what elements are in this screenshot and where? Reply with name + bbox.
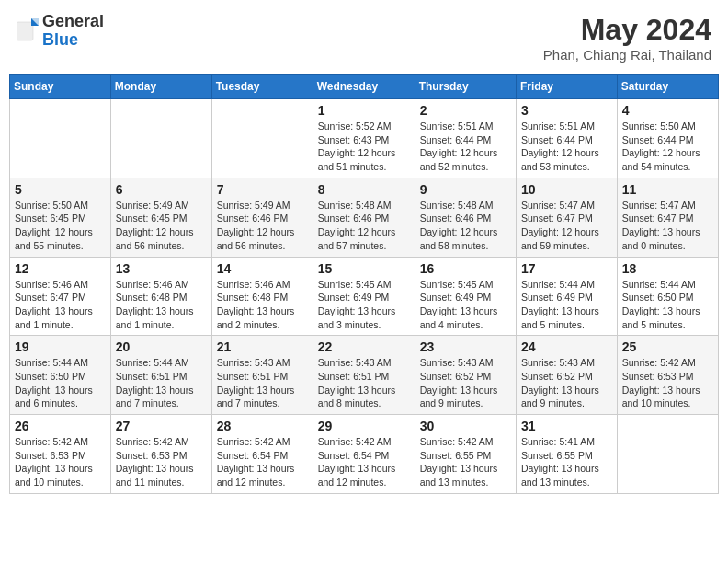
- calendar-cell: 3Sunrise: 5:51 AM Sunset: 6:44 PM Daylig…: [517, 99, 618, 178]
- title-section: May 2024 Phan, Chiang Rai, Thailand: [543, 13, 711, 63]
- day-number: 18: [622, 261, 713, 276]
- logo-general: General: [42, 13, 104, 31]
- calendar-cell: 29Sunrise: 5:42 AM Sunset: 6:54 PM Dayli…: [313, 415, 415, 494]
- calendar-cell: 11Sunrise: 5:47 AM Sunset: 6:47 PM Dayli…: [617, 178, 718, 257]
- calendar-cell: [211, 99, 313, 178]
- calendar-cell: 30Sunrise: 5:42 AM Sunset: 6:55 PM Dayli…: [415, 415, 516, 494]
- calendar-cell: 4Sunrise: 5:50 AM Sunset: 6:44 PM Daylig…: [617, 99, 718, 178]
- logo-icon: [17, 18, 39, 44]
- day-number: 21: [217, 339, 308, 354]
- page-header: General Blue May 2024 Phan, Chiang Rai, …: [9, 9, 719, 66]
- day-number: 6: [116, 182, 207, 197]
- day-info: Sunrise: 5:44 AM Sunset: 6:49 PM Dayligh…: [521, 278, 612, 332]
- calendar-cell: 6Sunrise: 5:49 AM Sunset: 6:45 PM Daylig…: [110, 178, 211, 257]
- calendar-week-row: 12Sunrise: 5:46 AM Sunset: 6:47 PM Dayli…: [10, 257, 719, 336]
- day-info: Sunrise: 5:42 AM Sunset: 6:54 PM Dayligh…: [217, 435, 308, 489]
- calendar-cell: 20Sunrise: 5:44 AM Sunset: 6:51 PM Dayli…: [110, 336, 211, 415]
- day-info: Sunrise: 5:52 AM Sunset: 6:43 PM Dayligh…: [318, 120, 410, 174]
- calendar-cell: 15Sunrise: 5:45 AM Sunset: 6:49 PM Dayli…: [313, 257, 415, 336]
- day-number: 3: [521, 103, 612, 118]
- weekday-header-wednesday: Wednesday: [313, 75, 415, 99]
- weekday-header-friday: Friday: [517, 75, 618, 99]
- day-number: 28: [217, 419, 308, 433]
- day-number: 4: [622, 103, 713, 118]
- calendar-cell: 27Sunrise: 5:42 AM Sunset: 6:53 PM Dayli…: [110, 415, 211, 494]
- calendar-table: SundayMondayTuesdayWednesdayThursdayFrid…: [9, 74, 719, 494]
- day-number: 30: [420, 419, 511, 433]
- weekday-header-thursday: Thursday: [415, 75, 516, 99]
- day-number: 31: [521, 419, 612, 433]
- calendar-cell: 31Sunrise: 5:41 AM Sunset: 6:55 PM Dayli…: [517, 415, 618, 494]
- day-info: Sunrise: 5:47 AM Sunset: 6:47 PM Dayligh…: [622, 199, 713, 253]
- weekday-header-monday: Monday: [110, 75, 211, 99]
- day-info: Sunrise: 5:43 AM Sunset: 6:51 PM Dayligh…: [318, 356, 410, 410]
- day-info: Sunrise: 5:43 AM Sunset: 6:52 PM Dayligh…: [420, 356, 511, 410]
- day-info: Sunrise: 5:46 AM Sunset: 6:48 PM Dayligh…: [116, 278, 207, 332]
- day-info: Sunrise: 5:42 AM Sunset: 6:55 PM Dayligh…: [420, 435, 511, 489]
- calendar-cell: 26Sunrise: 5:42 AM Sunset: 6:53 PM Dayli…: [10, 415, 111, 494]
- calendar-cell: 25Sunrise: 5:42 AM Sunset: 6:53 PM Dayli…: [617, 336, 718, 415]
- day-number: 25: [622, 339, 713, 354]
- calendar-cell: 12Sunrise: 5:46 AM Sunset: 6:47 PM Dayli…: [10, 257, 111, 336]
- day-info: Sunrise: 5:43 AM Sunset: 6:51 PM Dayligh…: [217, 356, 308, 410]
- weekday-header-saturday: Saturday: [617, 75, 718, 99]
- day-info: Sunrise: 5:47 AM Sunset: 6:47 PM Dayligh…: [521, 199, 612, 253]
- day-info: Sunrise: 5:50 AM Sunset: 6:44 PM Dayligh…: [622, 120, 713, 174]
- calendar-cell: 9Sunrise: 5:48 AM Sunset: 6:46 PM Daylig…: [415, 178, 516, 257]
- month-title: May 2024: [543, 13, 711, 47]
- calendar-cell: 22Sunrise: 5:43 AM Sunset: 6:51 PM Dayli…: [313, 336, 415, 415]
- calendar-week-row: 5Sunrise: 5:50 AM Sunset: 6:45 PM Daylig…: [10, 178, 719, 257]
- day-info: Sunrise: 5:50 AM Sunset: 6:45 PM Dayligh…: [15, 199, 106, 253]
- day-number: 24: [521, 339, 612, 354]
- day-number: 29: [318, 419, 410, 433]
- day-info: Sunrise: 5:42 AM Sunset: 6:53 PM Dayligh…: [116, 435, 207, 489]
- calendar-cell: [617, 415, 718, 494]
- svg-rect-2: [31, 18, 39, 26]
- day-number: 15: [318, 261, 410, 276]
- weekday-header-tuesday: Tuesday: [211, 75, 313, 99]
- day-number: 23: [420, 339, 511, 354]
- day-info: Sunrise: 5:42 AM Sunset: 6:54 PM Dayligh…: [318, 435, 410, 489]
- calendar-cell: 24Sunrise: 5:43 AM Sunset: 6:52 PM Dayli…: [517, 336, 618, 415]
- day-info: Sunrise: 5:43 AM Sunset: 6:52 PM Dayligh…: [521, 356, 612, 410]
- day-info: Sunrise: 5:46 AM Sunset: 6:48 PM Dayligh…: [217, 278, 308, 332]
- calendar-cell: 23Sunrise: 5:43 AM Sunset: 6:52 PM Dayli…: [415, 336, 516, 415]
- calendar-cell: [110, 99, 211, 178]
- calendar-cell: 16Sunrise: 5:45 AM Sunset: 6:49 PM Dayli…: [415, 257, 516, 336]
- day-number: 10: [521, 182, 612, 197]
- day-number: 19: [15, 339, 106, 354]
- weekday-header-sunday: Sunday: [10, 75, 111, 99]
- calendar-week-row: 1Sunrise: 5:52 AM Sunset: 6:43 PM Daylig…: [10, 99, 719, 178]
- day-info: Sunrise: 5:48 AM Sunset: 6:46 PM Dayligh…: [420, 199, 511, 253]
- day-number: 22: [318, 339, 410, 354]
- calendar-cell: 18Sunrise: 5:44 AM Sunset: 6:50 PM Dayli…: [617, 257, 718, 336]
- day-info: Sunrise: 5:49 AM Sunset: 6:46 PM Dayligh…: [217, 199, 308, 253]
- day-info: Sunrise: 5:49 AM Sunset: 6:45 PM Dayligh…: [116, 199, 207, 253]
- calendar-cell: 13Sunrise: 5:46 AM Sunset: 6:48 PM Dayli…: [110, 257, 211, 336]
- day-number: 11: [622, 182, 713, 197]
- day-number: 12: [15, 261, 106, 276]
- calendar-cell: 1Sunrise: 5:52 AM Sunset: 6:43 PM Daylig…: [313, 99, 415, 178]
- calendar-cell: [10, 99, 111, 178]
- day-number: 27: [116, 419, 207, 433]
- day-info: Sunrise: 5:46 AM Sunset: 6:47 PM Dayligh…: [15, 278, 106, 332]
- calendar-cell: 8Sunrise: 5:48 AM Sunset: 6:46 PM Daylig…: [313, 178, 415, 257]
- logo-text: General Blue: [42, 13, 104, 50]
- day-info: Sunrise: 5:41 AM Sunset: 6:55 PM Dayligh…: [521, 435, 612, 489]
- day-number: 2: [420, 103, 511, 118]
- calendar-cell: 28Sunrise: 5:42 AM Sunset: 6:54 PM Dayli…: [211, 415, 313, 494]
- day-number: 7: [217, 182, 308, 197]
- day-info: Sunrise: 5:45 AM Sunset: 6:49 PM Dayligh…: [420, 278, 511, 332]
- day-number: 20: [116, 339, 207, 354]
- location: Phan, Chiang Rai, Thailand: [543, 47, 711, 63]
- day-info: Sunrise: 5:51 AM Sunset: 6:44 PM Dayligh…: [521, 120, 612, 174]
- calendar-week-row: 26Sunrise: 5:42 AM Sunset: 6:53 PM Dayli…: [10, 415, 719, 494]
- day-number: 17: [521, 261, 612, 276]
- calendar-cell: 5Sunrise: 5:50 AM Sunset: 6:45 PM Daylig…: [10, 178, 111, 257]
- day-info: Sunrise: 5:42 AM Sunset: 6:53 PM Dayligh…: [15, 435, 106, 489]
- calendar-cell: 21Sunrise: 5:43 AM Sunset: 6:51 PM Dayli…: [211, 336, 313, 415]
- calendar-cell: 17Sunrise: 5:44 AM Sunset: 6:49 PM Dayli…: [517, 257, 618, 336]
- day-number: 13: [116, 261, 207, 276]
- calendar-cell: 14Sunrise: 5:46 AM Sunset: 6:48 PM Dayli…: [211, 257, 313, 336]
- calendar-week-row: 19Sunrise: 5:44 AM Sunset: 6:50 PM Dayli…: [10, 336, 719, 415]
